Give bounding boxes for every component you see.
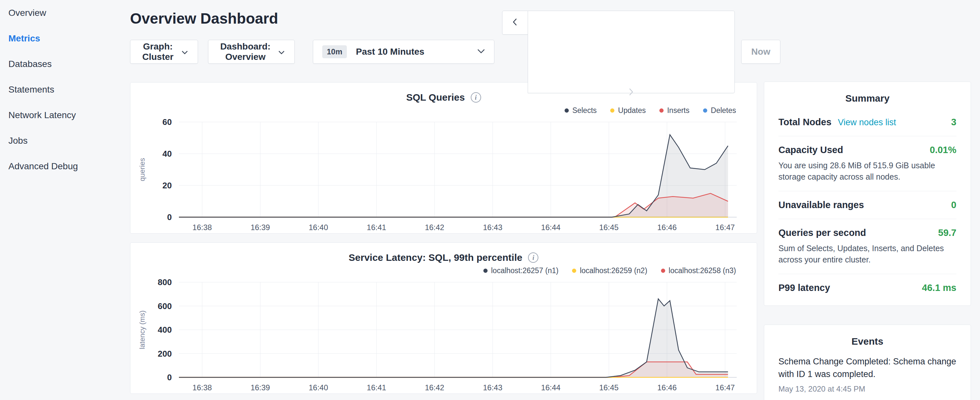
legend-label: Selects (572, 106, 597, 115)
summary-row-capacity-used: Capacity Used 0.01% You are using 28.6 M… (778, 136, 956, 191)
summary-value: 0.01% (930, 145, 956, 155)
view-nodes-list-link[interactable]: View nodes list (838, 118, 896, 127)
chart-title: Service Latency: SQL, 99th percentile (349, 252, 522, 263)
legend-dot (661, 269, 665, 273)
svg-text:16:42: 16:42 (425, 383, 444, 392)
dashboard-controls: Graph: Cluster Dashboard: Overview 10m P… (130, 40, 780, 64)
summary-row-total-nodes: Total Nodes View nodes list 3 (778, 108, 956, 136)
svg-text:200: 200 (158, 349, 172, 359)
svg-text:16:43: 16:43 (483, 223, 503, 232)
svg-text:16:39: 16:39 (250, 383, 270, 392)
summary-label: P99 latency (778, 282, 830, 293)
event-message: Schema Change Completed: Schema change w… (778, 355, 956, 381)
svg-text:16:45: 16:45 (599, 383, 619, 392)
sidebar-item-metrics[interactable]: Metrics (8, 25, 130, 51)
legend-dot (610, 108, 614, 113)
svg-text:400: 400 (158, 325, 172, 335)
event-item[interactable]: Schema Change Completed: Schema change w… (778, 355, 956, 394)
svg-text:800: 800 (158, 278, 172, 287)
legend-dot (484, 269, 488, 273)
summary-label: Unavailable ranges (778, 200, 864, 210)
chart-title: SQL Queries (406, 92, 465, 103)
svg-text:16:46: 16:46 (657, 223, 676, 232)
chevron-down-icon (278, 46, 285, 57)
chevron-down-icon (477, 49, 485, 55)
svg-text:16:47: 16:47 (715, 383, 735, 392)
time-range-dropdown[interactable]: 10m Past 10 Minutes (313, 40, 494, 64)
info-icon[interactable]: i (471, 92, 481, 103)
summary-title: Summary (778, 93, 956, 104)
summary-panel: Summary Total Nodes View nodes list 3 Ca… (764, 81, 971, 306)
legend-item[interactable]: Deletes (703, 106, 736, 115)
svg-text:queries: queries (138, 158, 146, 181)
summary-value: 46.1 ms (922, 282, 956, 293)
service-latency-panel: Service Latency: SQL, 99th percentile i … (130, 242, 757, 394)
chart-legend: SelectsUpdatesInsertsDeletes (130, 105, 757, 116)
sidebar-item-network-latency[interactable]: Network Latency (8, 102, 130, 128)
legend-item[interactable]: localhost:26258 (n3) (661, 266, 736, 275)
sql-queries-panel: SQL Queries i SelectsUpdatesInsertsDelet… (130, 82, 757, 234)
sidebar-item-advanced-debug[interactable]: Advanced Debug (8, 153, 130, 179)
time-step-buttons (502, 11, 735, 93)
legend-label: localhost:26259 (n2) (580, 266, 647, 275)
svg-text:16:40: 16:40 (309, 223, 328, 232)
summary-row-p99-latency: P99 latency 46.1 ms (778, 274, 956, 302)
svg-text:16:41: 16:41 (367, 383, 386, 392)
legend-item[interactable]: Updates (610, 106, 646, 115)
legend-dot (659, 108, 663, 113)
svg-text:16:38: 16:38 (192, 383, 212, 392)
events-title: Events (778, 336, 956, 347)
summary-value: 3 (951, 117, 956, 127)
service-latency-chart: 16:3816:3916:4016:4116:4216:4316:4416:45… (130, 278, 757, 394)
chart-canvas: 16:3816:3916:4016:4116:4216:4316:4416:45… (130, 278, 757, 393)
legend-item[interactable]: Selects (565, 106, 597, 115)
svg-text:16:46: 16:46 (657, 383, 676, 392)
time-forward-button[interactable] (528, 11, 735, 93)
dashboard-select-dropdown[interactable]: Dashboard: Overview (208, 40, 295, 64)
svg-text:16:39: 16:39 (250, 223, 270, 232)
sidebar-item-jobs[interactable]: Jobs (8, 128, 130, 153)
event-timestamp: May 13, 2020 at 4:45 PM (778, 384, 956, 394)
chart-canvas: 16:3816:3916:4016:4116:4216:4316:4416:45… (130, 118, 757, 233)
summary-value: 59.7 (938, 228, 956, 238)
dashboard-select-label: Dashboard: Overview (218, 41, 272, 62)
legend-dot (565, 108, 569, 113)
summary-label: Capacity Used (778, 145, 843, 155)
svg-text:16:41: 16:41 (367, 223, 386, 232)
sidebar-item-statements[interactable]: Statements (8, 77, 130, 102)
svg-text:16:45: 16:45 (599, 223, 619, 232)
summary-value: 0 (951, 200, 956, 210)
summary-label: Total Nodes (778, 117, 832, 127)
time-backward-button[interactable] (502, 11, 528, 35)
legend-item[interactable]: localhost:26257 (n1) (484, 266, 558, 275)
svg-text:16:38: 16:38 (192, 223, 212, 232)
time-range-badge: 10m (322, 45, 347, 58)
right-sidebar: Summary Total Nodes View nodes list 3 Ca… (764, 0, 971, 400)
svg-text:16:40: 16:40 (309, 383, 328, 392)
legend-item[interactable]: Inserts (659, 106, 689, 115)
svg-text:16:44: 16:44 (541, 383, 560, 392)
summary-label: Queries per second (778, 228, 866, 238)
svg-text:latency (ms): latency (ms) (138, 310, 146, 349)
sql-queries-chart: 16:3816:3916:4016:4116:4216:4316:4416:45… (130, 118, 757, 234)
time-range-value: Past 10 Minutes (356, 46, 425, 57)
legend-label: localhost:26258 (n3) (669, 266, 736, 275)
summary-description: You are using 28.6 MiB of 515.9 GiB usab… (778, 160, 956, 183)
sidebar-item-databases[interactable]: Databases (8, 51, 130, 77)
summary-row-queries-per-second: Queries per second 59.7 Sum of Selects, … (778, 219, 956, 274)
graph-scope-dropdown[interactable]: Graph: Cluster (130, 40, 198, 64)
charts-column: SQL Queries i SelectsUpdatesInsertsDelet… (130, 82, 757, 394)
chevron-left-icon (512, 18, 517, 27)
main-content: Overview Dashboard Graph: Cluster Dashbo… (130, 0, 757, 400)
svg-text:600: 600 (158, 301, 172, 311)
legend-dot (572, 269, 576, 273)
graph-scope-label: Graph: Cluster (140, 41, 176, 62)
svg-text:60: 60 (162, 118, 172, 127)
info-icon[interactable]: i (528, 252, 538, 263)
sidebar-item-overview[interactable]: Overview (8, 0, 130, 25)
summary-row-unavailable-ranges: Unavailable ranges 0 (778, 191, 956, 219)
summary-description: Sum of Selects, Updates, Inserts, and De… (778, 243, 956, 265)
events-panel: Events Schema Change Completed: Schema c… (764, 325, 971, 400)
chevron-down-icon (181, 46, 188, 57)
legend-item[interactable]: localhost:26259 (n2) (572, 266, 647, 275)
